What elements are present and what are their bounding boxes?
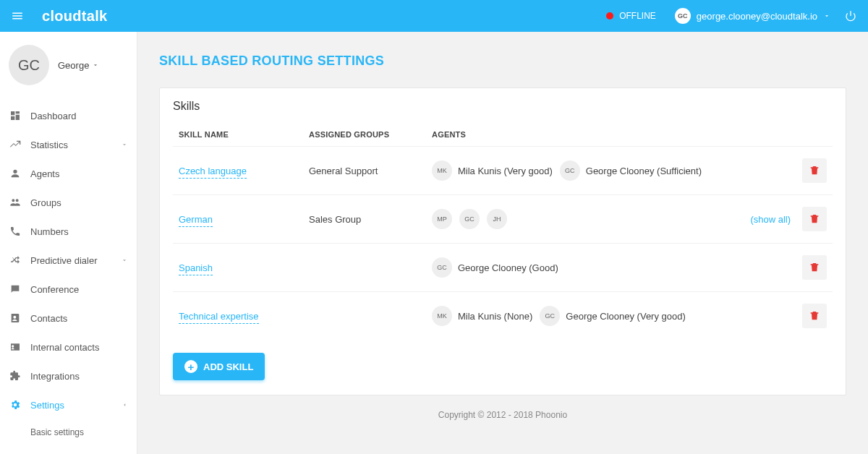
- nav: DashboardStatisticsAgentsGroupsNumbersPr…: [0, 101, 137, 454]
- profile-block[interactable]: GC George: [0, 32, 137, 101]
- status-dot-icon: [606, 12, 613, 20]
- assigned-groups: [303, 244, 426, 292]
- trash-icon: [809, 310, 820, 322]
- agent-chip[interactable]: GC: [459, 209, 480, 229]
- agents-cell: MKMila Kunis (Very good)GCGeorge Clooney…: [432, 160, 791, 181]
- sidebar-item-dashboard[interactable]: Dashboard: [0, 101, 137, 130]
- agent-chip[interactable]: JH: [487, 209, 507, 229]
- avatar: GC: [9, 45, 49, 85]
- chevron-icon: [121, 140, 128, 150]
- page-title: SKILL BASED ROUTING SETTINGS: [159, 53, 846, 69]
- table-row: Czech languageGeneral SupportMKMila Kuni…: [173, 147, 833, 195]
- plus-icon: +: [184, 360, 197, 373]
- sidebar-item-settings[interactable]: Settings: [0, 390, 137, 419]
- sidebar-subitem-sounds[interactable]: Sounds: [0, 445, 137, 454]
- agent-chip[interactable]: MKMila Kunis (Very good): [432, 160, 553, 181]
- assigned-groups: General Support: [303, 147, 426, 195]
- avatar: GC: [459, 209, 480, 229]
- agent-chip[interactable]: GCGeorge Clooney (Very good): [540, 306, 685, 326]
- trash-icon: [809, 262, 820, 273]
- sidebar-item-label: Agents: [30, 168, 59, 179]
- contacts-icon: [9, 312, 22, 325]
- agents-cell: GCGeorge Clooney (Good): [432, 257, 791, 278]
- avatar: GC: [432, 257, 452, 278]
- chat-icon: [9, 283, 22, 296]
- col-agents: AGENTS: [426, 123, 796, 147]
- avatar: MK: [432, 306, 452, 326]
- sidebar-item-contacts[interactable]: Contacts: [0, 304, 137, 333]
- delete-button[interactable]: [802, 158, 827, 183]
- agent-label: George Clooney (Very good): [566, 311, 685, 322]
- skill-link[interactable]: Spanish: [179, 262, 213, 275]
- sidebar-item-internal-contacts[interactable]: Internal contacts: [0, 333, 137, 361]
- sidebar-item-label: Contacts: [30, 313, 67, 324]
- sidebar-item-conference[interactable]: Conference: [0, 275, 137, 304]
- add-skill-button[interactable]: + ADD SKILL: [173, 353, 265, 380]
- agent-chip[interactable]: GCGeorge Clooney (Good): [432, 257, 558, 278]
- sidebar-item-label: Integrations: [30, 371, 80, 382]
- delete-button[interactable]: [802, 207, 827, 231]
- sidebar-item-label: Numbers: [30, 226, 69, 237]
- col-skill: SKILL NAME: [173, 123, 303, 147]
- main-content: SKILL BASED ROUTING SETTINGS Skills SKIL…: [137, 32, 868, 454]
- col-groups: ASSIGNED GROUPS: [303, 123, 426, 147]
- sidebar-item-predictive-dialer[interactable]: Predictive dialer: [0, 246, 137, 275]
- delete-button[interactable]: [802, 255, 827, 280]
- skill-link[interactable]: Technical expertise: [179, 311, 259, 324]
- user-name: George: [58, 60, 99, 71]
- chevron-down-icon: [823, 11, 830, 22]
- status-indicator[interactable]: OFFLINE: [606, 11, 656, 21]
- sidebar-item-agents[interactable]: Agents: [0, 159, 137, 188]
- skills-table: SKILL NAME ASSIGNED GROUPS AGENTS Czech …: [173, 123, 833, 340]
- sidebar-item-label: Settings: [30, 400, 64, 411]
- avatar: MK: [432, 160, 452, 181]
- sidebar-item-numbers[interactable]: Numbers: [0, 217, 137, 246]
- phone-icon: [9, 225, 22, 238]
- chevron-icon: [121, 400, 128, 411]
- skills-card: Skills SKILL NAME ASSIGNED GROUPS AGENTS…: [159, 87, 846, 395]
- sidebar-item-label: Internal contacts: [30, 342, 99, 353]
- sidebar-item-integrations[interactable]: Integrations: [0, 361, 137, 390]
- sidebar-subitem-basic-settings[interactable]: Basic settings: [0, 419, 137, 445]
- chevron-icon: [121, 255, 128, 266]
- section-title: Skills: [173, 100, 833, 113]
- power-button[interactable]: [842, 7, 859, 25]
- user-menu[interactable]: GC george.clooney@cloudtalk.io: [675, 8, 830, 24]
- menu-button[interactable]: [9, 7, 26, 25]
- agent-label: George Clooney (Sufficient): [586, 166, 702, 176]
- delete-button[interactable]: [802, 304, 827, 328]
- sidebar-item-groups[interactable]: Groups: [0, 188, 137, 217]
- avatar: JH: [487, 209, 507, 229]
- status-text: OFFLINE: [619, 11, 656, 21]
- sidebar-item-label: Conference: [30, 284, 79, 295]
- sidebar-item-statistics[interactable]: Statistics: [0, 130, 137, 159]
- footer-text: Copyright © 2012 - 2018 Phoonio: [159, 395, 846, 420]
- dashboard-icon: [9, 109, 22, 122]
- skill-link[interactable]: Czech language: [179, 166, 247, 179]
- gear-icon: [9, 398, 22, 411]
- agent-chip[interactable]: MP: [432, 209, 452, 229]
- sidebar-item-label: Statistics: [30, 140, 68, 150]
- agent-chip[interactable]: GCGeorge Clooney (Sufficient): [560, 160, 702, 181]
- logo: cloudtalk: [42, 8, 108, 25]
- avatar: GC: [675, 8, 691, 24]
- user-email: george.clooney@cloudtalk.io: [697, 11, 817, 22]
- agents-cell: MPGCJH(show all): [432, 209, 791, 229]
- trash-icon: [809, 213, 820, 225]
- trending-icon: [9, 138, 22, 151]
- chevron-down-icon: [92, 61, 99, 69]
- agent-label: Mila Kunis (None): [458, 311, 532, 322]
- group-icon: [9, 196, 22, 209]
- show-all-link[interactable]: (show all): [750, 214, 791, 225]
- skill-link[interactable]: German: [179, 214, 213, 227]
- cardid-icon: [9, 340, 22, 354]
- topbar: cloudtalk OFFLINE GC george.clooney@clou…: [0, 0, 868, 32]
- avatar: GC: [540, 306, 560, 326]
- person-icon: [9, 167, 22, 180]
- power-icon: [845, 10, 856, 22]
- assigned-groups: [303, 292, 426, 340]
- agent-chip[interactable]: MKMila Kunis (None): [432, 306, 532, 326]
- menu-icon: [11, 9, 24, 22]
- sidebar: GC George DashboardStatisticsAgentsGroup…: [0, 32, 137, 454]
- assigned-groups: Sales Group: [303, 195, 426, 244]
